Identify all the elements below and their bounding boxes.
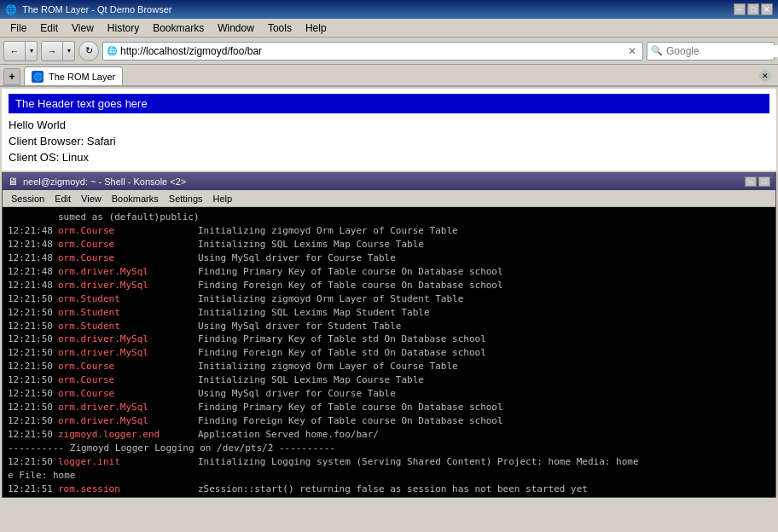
log-message: Initializing SQL Lexims Map Course Table [198,373,424,387]
log-module: orm.driver.MySql [58,332,194,346]
log-module: orm.driver.MySql [58,414,194,428]
page-header: The Header text goes here [9,94,769,113]
log-time: 12:21:50 [8,360,55,373]
content-line-3: Client OS: Linux [9,149,769,165]
log-time: 12:21:50 [8,455,55,469]
tab-rom-layer[interactable]: 🌐 The ROM Layer [24,66,123,85]
term-menu-settings[interactable]: Settings [164,193,208,205]
terminal-log-line: 12:21:48orm.driver.MySql Finding Foreign… [8,279,770,292]
terminal-log-line: 12:21:50orm.StudentUsing MySql driver fo… [8,320,770,333]
term-menu-bookmarks[interactable]: Bookmarks [107,193,164,205]
log-module: e File: home [8,469,144,483]
terminal-log-line: e File: home [8,469,770,483]
log-time [8,211,55,224]
terminal-log-line: 12:21:50orm.driver.MySql Finding Foreign… [8,414,770,428]
log-message: zSession::start() returning false as ses… [198,483,588,496]
log-message: Finding Primary Key of Table course On D… [198,265,503,279]
log-message: Using MySql driver for Course Table [198,387,396,401]
menu-window[interactable]: Window [211,20,261,36]
log-module: orm.Course [58,252,194,265]
menu-help[interactable]: Help [299,20,334,36]
log-message: Initializing zigmoyd Orm Layer of Studen… [198,292,463,306]
log-message: Using MySql driver for Student Table [198,320,401,333]
back-dropdown[interactable]: ▾ [26,41,38,61]
log-time: 12:21:48 [8,224,55,238]
terminal-log-line: 12:21:50orm.StudentInitializing SQL Lexi… [8,306,770,320]
log-module: orm.driver.MySql [58,401,194,414]
menu-view[interactable]: View [65,20,101,36]
log-message: Application Served home.foo/bar/ [198,428,379,442]
tab-close-button[interactable]: ✕ [759,70,771,82]
log-message: Finding Primary Key of Table course On D… [198,401,503,414]
tab-bar: + 🌐 The ROM Layer ✕ [0,65,778,87]
terminal-window: 🖥 neel@zigmoyd: ~ - Shell - Konsole <2> … [2,172,776,498]
log-time: 12:21:48 [8,279,55,292]
window-icon: 🌐 [5,4,17,15]
forward-button[interactable]: → [41,41,63,61]
log-message: Finding Primary Key of Table std On Data… [198,332,486,346]
terminal-log-line: 12:21:48orm.CourseInitializing SQL Lexim… [8,238,770,252]
terminal-log-line: 12:21:48orm.CourseUsing MySql driver for… [8,252,770,265]
menu-bookmarks[interactable]: Bookmarks [146,20,211,36]
terminal-minimize[interactable]: ─ [745,176,757,187]
log-time: 12:21:50 [8,306,55,320]
log-message: Finding Foreign Key of Table std On Data… [198,346,486,360]
log-module: zigmoyd.logger.end [58,428,194,442]
log-time: 12:21:50 [8,346,55,360]
log-time: 12:21:48 [8,252,55,265]
terminal-log-line: 12:21:48orm.driver.MySql Finding Primary… [8,265,770,279]
new-tab-button[interactable]: + [3,68,20,85]
terminal-log-line: sumed as (default)public) [8,211,770,224]
terminal-log-line: 12:21:50orm.driver.MySql Finding Primary… [8,401,770,414]
term-menu-session[interactable]: Session [6,193,49,205]
address-reload-icon[interactable]: ✕ [625,44,639,58]
term-menu-edit[interactable]: Edit [49,193,76,205]
log-time: 12:21:50 [8,428,55,442]
reload-button[interactable]: ↻ [78,41,99,61]
forward-dropdown[interactable]: ▾ [63,41,75,61]
menu-history[interactable]: History [101,20,146,36]
terminal-titlebar: 🖥 neel@zigmoyd: ~ - Shell - Konsole <2> … [3,173,775,190]
address-input[interactable] [120,45,625,57]
close-button[interactable]: ✕ [761,3,773,15]
menu-edit[interactable]: Edit [33,20,65,36]
log-time: 12:21:48 [8,265,55,279]
log-message: Initializing zigmoyd Orm Layer of Course… [198,224,458,238]
back-button[interactable]: ← [3,41,26,61]
search-bar[interactable]: 🔍 [647,42,775,61]
minimize-button[interactable]: ─ [734,3,746,15]
log-message: Finding Foreign Key of Table course On D… [198,414,503,428]
log-module: orm.Course [58,373,194,387]
log-message: Using MySql driver for Course Table [198,252,396,265]
address-bar[interactable]: 🌐 ✕ [102,42,643,61]
log-time: 12:21:50 [8,332,55,346]
log-time: 12:21:51 [8,483,55,496]
terminal-body[interactable]: sumed as (default)public)12:21:48orm.Cou… [3,207,775,497]
log-time: 12:21:50 [8,292,55,306]
log-message: Initializing Logging system (Serving Sha… [198,455,639,469]
menu-file[interactable]: File [3,20,33,36]
log-module: orm.Course [58,238,194,252]
log-time: 12:21:50 [8,414,55,428]
log-module: orm.Course [58,360,194,373]
search-input[interactable] [666,45,778,57]
window-controls: ─ □ ✕ [734,3,773,15]
terminal-log-line: 12:21:50logger.initInitializing Logging … [8,455,770,469]
log-module: orm.Student [58,292,194,306]
maximize-button[interactable]: □ [747,3,759,15]
log-module: orm.Course [58,387,194,401]
terminal-icon: 🖥 [8,176,18,188]
terminal-log-line: 12:21:50orm.StudentInitializing zigmoyd … [8,292,770,306]
log-message: Finding Foreign Key of Table course On D… [198,279,503,292]
term-menu-help[interactable]: Help [208,193,238,205]
terminal-log-line: 12:21:48orm.CourseInitializing zigmoyd O… [8,224,770,238]
forward-button-group: → ▾ [41,41,75,61]
terminal-log-line: 12:21:50orm.CourseUsing MySql driver for… [8,387,770,401]
term-menu-view[interactable]: View [76,193,107,205]
menu-tools[interactable]: Tools [261,20,299,36]
terminal-maximize[interactable]: □ [758,176,770,187]
log-module: orm.driver.MySql [58,346,194,360]
terminal-title: neel@zigmoyd: ~ - Shell - Konsole <2> [23,176,186,187]
window-titlebar: 🌐 The ROM Layer - Qt Demo Browser ─ □ ✕ [0,0,778,19]
browser-content-area: The Header text goes here Hello World Cl… [2,89,776,171]
